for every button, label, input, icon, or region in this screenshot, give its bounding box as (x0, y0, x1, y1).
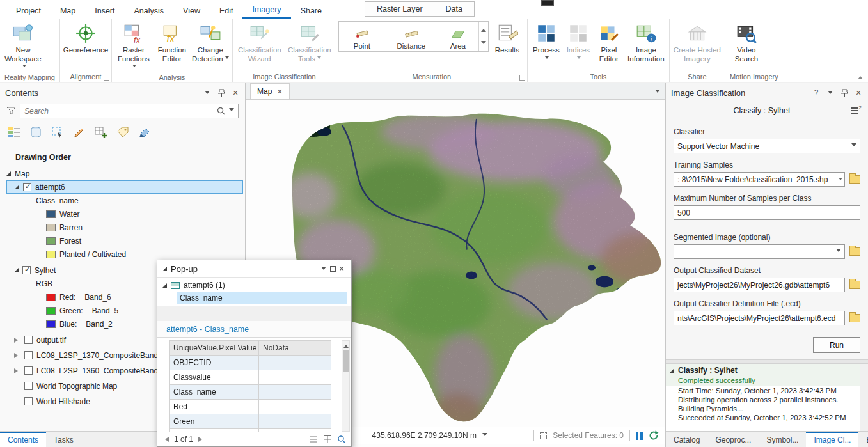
pane-menu-icon[interactable] (826, 88, 835, 97)
filter-icon[interactable] (6, 106, 16, 116)
chevron-down-icon[interactable] (839, 178, 842, 182)
run-button[interactable]: Run (813, 337, 860, 353)
coordinates-options-icon[interactable] (482, 433, 487, 439)
tab-view[interactable]: View (173, 3, 210, 19)
classification-tools-button[interactable]: Classification Tools (285, 20, 334, 63)
table-row[interactable]: Green (170, 414, 331, 429)
classification-wizard-button[interactable]: Classification Wizard (235, 20, 285, 63)
dock-tab-image-classification[interactable]: Image Cl... (806, 432, 858, 447)
dock-tab-contents[interactable]: Contents (0, 432, 46, 447)
popup-titlebar[interactable]: Pop-up (157, 260, 351, 278)
data-source-icon[interactable] (29, 126, 42, 139)
image-information-button[interactable]: i Image Information (625, 20, 667, 63)
collapse-ribbon-icon[interactable] (858, 74, 863, 79)
create-hosted-imagery-button[interactable]: Create Hosted Imagery (672, 20, 723, 63)
popup-scrollbar[interactable] (342, 340, 350, 432)
view-list-chevron-icon[interactable] (655, 90, 660, 95)
new-workspace-button[interactable]: New Workspace (2, 20, 44, 72)
process-button[interactable]: Process (530, 20, 563, 63)
tree-item-attempt6[interactable]: attempt6 (6, 180, 243, 194)
map-view-tab[interactable]: Map (250, 83, 290, 99)
close-popup-icon[interactable] (337, 264, 346, 273)
results-button[interactable]: Results (489, 20, 525, 55)
dock-tab-catalog[interactable]: Catalog (666, 432, 707, 447)
tab-analysis[interactable]: Analysis (125, 3, 174, 19)
coordinates-readout[interactable]: 435,618.96E 2,709,249.10N m (372, 431, 477, 440)
lc08-1370-checkbox[interactable] (24, 351, 33, 359)
messages-toggle-icon[interactable] (851, 106, 862, 115)
previous-record-icon[interactable] (162, 437, 169, 442)
raster-functions-button[interactable]: fx Raster Functions (114, 20, 154, 72)
popup-tree-parent[interactable]: attempt6 (1) (162, 279, 351, 292)
legend-item-forest[interactable]: Forest (0, 234, 245, 247)
output-ecd-input[interactable] (674, 311, 845, 325)
browse-folder-icon[interactable] (849, 175, 860, 184)
legend-item-barren[interactable]: Barren (0, 221, 245, 234)
indices-button[interactable]: Indices (564, 20, 593, 63)
tab-project[interactable]: Project (6, 3, 51, 19)
next-record-icon[interactable] (198, 437, 205, 442)
distance-button[interactable]: Distance (385, 22, 438, 51)
tree-item-map[interactable]: Map (0, 167, 245, 180)
column-header-field[interactable]: UniqueValue.Pixel Value (170, 341, 259, 356)
output-dataset-input[interactable] (674, 278, 845, 292)
gallery-down-button[interactable] (479, 36, 488, 51)
refresh-icon[interactable] (649, 430, 659, 441)
dialog-launcher-icon[interactable] (519, 75, 525, 81)
legend-item-planted[interactable]: Planted / Cultivated (0, 247, 245, 261)
change-detection-button[interactable]: Change Detection (191, 20, 230, 63)
search-icon[interactable] (217, 107, 225, 115)
new-table-icon[interactable] (95, 126, 107, 139)
legend-item-water[interactable]: Water (0, 207, 245, 221)
sylhet-checkbox[interactable] (22, 266, 31, 274)
search-options-icon[interactable] (229, 108, 234, 114)
selection-icon[interactable] (51, 126, 64, 139)
close-icon[interactable] (231, 88, 240, 97)
table-row[interactable]: Red (170, 400, 331, 414)
messages-header-row[interactable]: Classify : Sylhet (666, 364, 868, 376)
gallery-up-button[interactable] (479, 22, 488, 36)
classifier-select[interactable]: Support Vector Machine (674, 139, 860, 153)
symbology-icon[interactable] (138, 126, 151, 139)
pane-splitter[interactable] (666, 359, 868, 364)
browse-folder-icon[interactable] (849, 314, 860, 322)
popup-menu-icon[interactable] (319, 264, 328, 273)
dock-tab-export-raster[interactable]: Export R... (858, 432, 868, 447)
tab-insert[interactable]: Insert (85, 3, 124, 19)
close-map-tab-icon[interactable] (277, 86, 282, 97)
dialog-launcher-icon[interactable] (104, 75, 109, 81)
browse-folder-icon[interactable] (849, 247, 860, 256)
tab-map[interactable]: Map (51, 3, 85, 19)
attempt6-checkbox[interactable] (23, 183, 31, 191)
tree-item-class-name-field[interactable]: Class_name (0, 194, 245, 207)
scroll-thumb[interactable] (343, 350, 349, 372)
output-tif-checkbox[interactable] (24, 336, 33, 344)
tab-imagery[interactable]: Imagery (242, 1, 290, 19)
labeling-icon[interactable] (116, 126, 129, 139)
popup-zoom-icon[interactable] (337, 435, 346, 444)
column-header-value[interactable]: NoData (259, 341, 331, 356)
video-search-button[interactable]: Video Search (727, 20, 766, 63)
pause-drawing-button[interactable] (636, 432, 643, 440)
pin-icon[interactable] (217, 88, 226, 97)
world-hillshade-checkbox[interactable] (24, 397, 33, 405)
scroll-up-icon[interactable] (343, 341, 349, 349)
lc08-1360-checkbox[interactable] (24, 366, 33, 375)
search-input[interactable] (24, 107, 213, 116)
browse-folder-icon[interactable] (849, 281, 860, 289)
messages-scrollbar[interactable] (860, 364, 868, 431)
table-row[interactable]: OBJECTID (170, 356, 331, 370)
close-icon[interactable] (854, 88, 863, 97)
segmented-image-select[interactable] (674, 244, 845, 259)
tab-raster-layer[interactable]: Raster Layer (365, 2, 434, 16)
max-samples-input[interactable] (674, 205, 860, 220)
dock-tab-geoprocessing[interactable]: Geoproc... (707, 432, 759, 447)
maximize-icon[interactable] (328, 264, 337, 273)
edit-icon[interactable] (73, 126, 86, 139)
table-row[interactable]: Blue (170, 429, 331, 432)
pin-icon[interactable] (840, 88, 849, 97)
help-icon[interactable] (812, 88, 821, 97)
table-row[interactable]: Classvalue (170, 370, 331, 385)
area-button[interactable]: Area (438, 22, 478, 51)
dock-tab-symbology[interactable]: Symbol... (759, 432, 806, 447)
